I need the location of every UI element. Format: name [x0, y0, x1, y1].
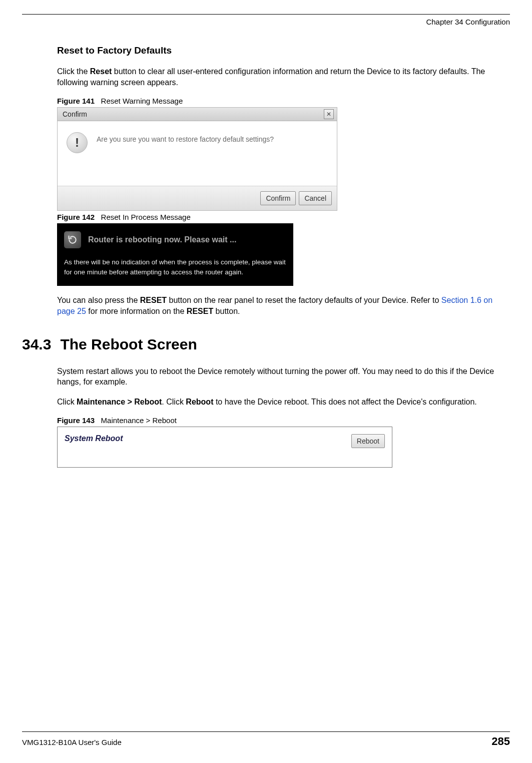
fig-label: Figure 142 [57, 213, 95, 221]
system-reboot-panel: System Reboot Reboot [57, 427, 392, 468]
text-bold: Reboot [186, 398, 213, 406]
text: Click the [57, 67, 90, 76]
page-number: 285 [491, 735, 510, 748]
reset-intro: Click the Reset button to clear all user… [57, 66, 510, 88]
section-title: The Reboot Screen [60, 336, 197, 353]
reboot-p2: Click Maintenance > Reboot. Click Reboot… [57, 397, 510, 408]
fig-caption-text: Reset In Process Message [101, 213, 191, 221]
text-bold: RESET [140, 296, 167, 304]
reboot-button[interactable]: Reboot [351, 434, 385, 448]
fig-caption-text: Maintenance > Reboot [101, 416, 177, 425]
reset-physical-note: You can also press the RESET button on t… [57, 295, 510, 316]
cancel-button[interactable]: Cancel [299, 191, 332, 205]
text: button on the rear panel to reset the fa… [167, 296, 441, 304]
reboot-icon [64, 231, 81, 248]
reboot-p1: System restart allows you to reboot the … [57, 366, 510, 388]
text: Click [57, 398, 77, 406]
text: button. [213, 307, 240, 315]
footer-guide: VMG1312-B10A User's Guide [22, 738, 122, 746]
fig143-caption: Figure 143 Maintenance > Reboot [57, 416, 510, 425]
confirm-dialog: Confirm ✕ ! Are you sure you want to res… [57, 107, 337, 211]
text: . Click [162, 398, 186, 406]
text: for more information on the [86, 307, 187, 315]
text: button to clear all user-entered configu… [57, 67, 485, 87]
text-bold: Maintenance > Reboot [77, 398, 162, 406]
fig-label: Figure 141 [57, 97, 95, 105]
reset-bold: Reset [90, 67, 112, 76]
dialog-message: Are you sure you want to restore factory… [97, 132, 274, 143]
section-number: 34.3 [22, 336, 51, 353]
text-bold: RESET [187, 307, 213, 315]
dialog-title: Confirm [63, 110, 87, 118]
dialog-titlebar: Confirm ✕ [58, 108, 337, 121]
reboot-message-panel: Router is rebooting now. Please wait ...… [57, 223, 293, 286]
reboot-line2: As there will be no indication of when t… [64, 257, 286, 277]
fig-label: Figure 143 [57, 416, 95, 425]
warning-icon: ! [67, 132, 88, 153]
reset-heading: Reset to Factory Defaults [57, 45, 510, 56]
fig141-caption: Figure 141 Reset Warning Message [57, 97, 510, 105]
close-icon[interactable]: ✕ [324, 109, 334, 119]
reboot-line1: Router is rebooting now. Please wait ... [88, 235, 236, 244]
confirm-button[interactable]: Confirm [260, 191, 296, 205]
text: You can also press the [57, 296, 140, 304]
fig142-caption: Figure 142 Reset In Process Message [57, 213, 510, 221]
system-reboot-label: System Reboot [65, 434, 123, 443]
text: to have the Device reboot. This does not… [213, 398, 476, 406]
fig-caption-text: Reset Warning Message [101, 97, 183, 105]
chapter-header: Chapter 34 Configuration [22, 18, 510, 26]
